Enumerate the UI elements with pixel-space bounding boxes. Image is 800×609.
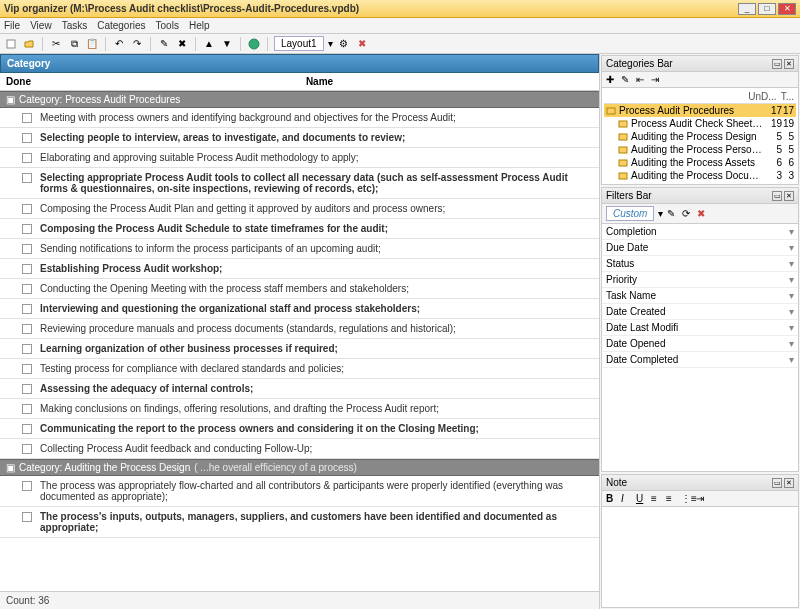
dock-icon[interactable]: ▭ [772, 478, 782, 488]
group-header-1[interactable]: ▣ Category: Process Audit Procedures [0, 91, 599, 108]
chevron-down-icon[interactable]: ▾ [789, 242, 794, 253]
task-checkbox[interactable] [22, 224, 32, 234]
new-icon[interactable] [4, 37, 18, 51]
task-checkbox[interactable] [22, 512, 32, 522]
menu-view[interactable]: View [30, 20, 52, 31]
category-header[interactable]: Category [0, 54, 599, 73]
layout-dropdown[interactable]: Layout1 [274, 36, 324, 51]
tree-item[interactable]: Process Audit Procedures1717 [604, 104, 796, 117]
refresh-icon[interactable] [247, 37, 261, 51]
filter-delete-icon[interactable]: ✖ [697, 208, 708, 219]
task-checkbox[interactable] [22, 364, 32, 374]
maximize-button[interactable]: □ [758, 3, 776, 15]
task-checkbox[interactable] [22, 344, 32, 354]
task-row[interactable]: Selecting appropriate Process Audit tool… [0, 168, 599, 199]
bold-icon[interactable]: B [606, 493, 617, 504]
collapse-icon[interactable]: ▣ [6, 462, 15, 473]
filter-item[interactable]: Due Date▾ [602, 240, 798, 256]
note-body[interactable] [602, 507, 798, 607]
copy-icon[interactable]: ⧉ [67, 37, 81, 51]
close-icon[interactable]: ✕ [784, 59, 794, 69]
tree-item[interactable]: Auditing the Process Personnel55 [604, 143, 796, 156]
task-row[interactable]: Testing process for compliance with decl… [0, 359, 599, 379]
filter-item[interactable]: Date Opened▾ [602, 336, 798, 352]
filter-apply-icon[interactable]: ✎ [667, 208, 678, 219]
col-total[interactable]: T... [781, 91, 794, 102]
task-row[interactable]: The process was appropriately flow-chart… [0, 476, 599, 507]
chevron-down-icon[interactable]: ▾ [789, 306, 794, 317]
outdent-icon[interactable]: ⇤ [636, 74, 647, 85]
task-row[interactable]: Making conclusions on findings, offering… [0, 399, 599, 419]
close-icon[interactable]: ✕ [784, 191, 794, 201]
new-cat-icon[interactable]: ✚ [606, 74, 617, 85]
tree-item[interactable]: Auditing the Process Documentation33 [604, 169, 796, 182]
task-row[interactable]: Sending notifications to inform the proc… [0, 239, 599, 259]
task-row[interactable]: Interviewing and questioning the organiz… [0, 299, 599, 319]
indent-icon[interactable]: ⇥ [651, 74, 662, 85]
open-icon[interactable] [22, 37, 36, 51]
task-checkbox[interactable] [22, 153, 32, 163]
chevron-down-icon[interactable]: ▾ [789, 338, 794, 349]
cut-icon[interactable]: ✂ [49, 37, 63, 51]
task-row[interactable]: Conducting the Opening Meeting with the … [0, 279, 599, 299]
tree-item[interactable]: Auditing the Process Design55 [604, 130, 796, 143]
task-row[interactable]: Reviewing procedure manuals and process … [0, 319, 599, 339]
filter-clear-icon[interactable]: ⟳ [682, 208, 693, 219]
italic-icon[interactable]: I [621, 493, 632, 504]
menu-tasks[interactable]: Tasks [62, 20, 88, 31]
close-icon[interactable]: ✕ [784, 478, 794, 488]
task-row[interactable]: Establishing Process Audit workshop; [0, 259, 599, 279]
bullets-icon[interactable]: ⋮≡ [681, 493, 692, 504]
menu-categories[interactable]: Categories [97, 20, 145, 31]
delete-icon[interactable]: ✖ [175, 37, 189, 51]
collapse-icon[interactable]: ▣ [6, 94, 15, 105]
movedown-icon[interactable]: ▼ [220, 37, 234, 51]
task-checkbox[interactable] [22, 113, 32, 123]
task-row[interactable]: The process's inputs, outputs, managers,… [0, 507, 599, 538]
task-row[interactable]: Assessing the adequacy of internal contr… [0, 379, 599, 399]
chevron-down-icon[interactable]: ▾ [789, 322, 794, 333]
minimize-button[interactable]: _ [738, 3, 756, 15]
task-checkbox[interactable] [22, 204, 32, 214]
filter-item[interactable]: Date Completed▾ [602, 352, 798, 368]
chevron-down-icon[interactable]: ▾ [658, 208, 663, 219]
task-row[interactable]: Selecting people to interview, areas to … [0, 128, 599, 148]
col-done[interactable]: Done [0, 76, 40, 87]
task-checkbox[interactable] [22, 444, 32, 454]
filter-tab-custom[interactable]: Custom [606, 206, 654, 221]
task-row[interactable]: Composing the Process Audit Schedule to … [0, 219, 599, 239]
align-left-icon[interactable]: ≡ [651, 493, 662, 504]
task-row[interactable]: Collecting Process Audit feedback and co… [0, 439, 599, 459]
edit-cat-icon[interactable]: ✎ [621, 74, 632, 85]
task-row[interactable]: Meeting with process owners and identify… [0, 108, 599, 128]
task-checkbox[interactable] [22, 384, 32, 394]
task-row[interactable]: Communicating the report to the process … [0, 419, 599, 439]
filter-item[interactable]: Status▾ [602, 256, 798, 272]
task-row[interactable]: Elaborating and approving suitable Proce… [0, 148, 599, 168]
task-checkbox[interactable] [22, 284, 32, 294]
task-checkbox[interactable] [22, 133, 32, 143]
task-checkbox[interactable] [22, 404, 32, 414]
task-row[interactable]: Learning organization of other business … [0, 339, 599, 359]
dock-icon[interactable]: ▭ [772, 59, 782, 69]
filter-item[interactable]: Date Created▾ [602, 304, 798, 320]
edit-icon[interactable]: ✎ [157, 37, 171, 51]
chevron-down-icon[interactable]: ▾ [789, 354, 794, 365]
paste-icon[interactable]: 📋 [85, 37, 99, 51]
menu-file[interactable]: File [4, 20, 20, 31]
filter-item[interactable]: Task Name▾ [602, 288, 798, 304]
task-checkbox[interactable] [22, 324, 32, 334]
task-checkbox[interactable] [22, 481, 32, 491]
indent-icon[interactable]: ⇥ [696, 493, 707, 504]
gear-icon[interactable]: ⚙ [337, 37, 351, 51]
task-checkbox[interactable] [22, 264, 32, 274]
category-tree[interactable]: UnD... T... Process Audit Procedures1717… [602, 88, 798, 184]
underline-icon[interactable]: U [636, 493, 647, 504]
col-name[interactable]: Name [40, 76, 599, 87]
layout-chevron-icon[interactable]: ▾ [328, 38, 333, 49]
group-header-2[interactable]: ▣ Category: Auditing the Process Design … [0, 459, 599, 476]
align-center-icon[interactable]: ≡ [666, 493, 677, 504]
col-undone[interactable]: UnD... [748, 91, 776, 102]
task-list[interactable]: ▣ Category: Process Audit Procedures Mee… [0, 91, 599, 591]
tree-item[interactable]: Process Audit Check Sheet (inspecting th… [604, 117, 796, 130]
